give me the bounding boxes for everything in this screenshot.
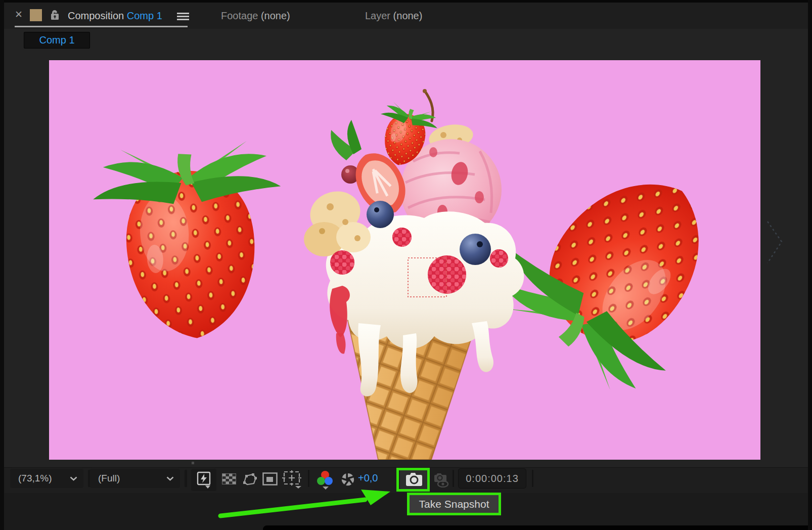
rgb-circles-icon bbox=[315, 470, 335, 490]
window-frame-right bbox=[808, 0, 812, 530]
ice-cream-artwork bbox=[49, 60, 760, 460]
pasteboard-chevron-icon bbox=[766, 220, 784, 264]
tab-footage-state: (none) bbox=[261, 10, 290, 21]
toolbar-divider bbox=[185, 470, 187, 487]
exposure-button[interactable] bbox=[340, 471, 356, 488]
fast-previews-button[interactable] bbox=[191, 469, 216, 491]
chevron-down-icon bbox=[166, 476, 174, 481]
tab-layer[interactable]: Layer (none) bbox=[365, 10, 422, 22]
panel-tab-bar: ✕ Composition Comp 1 Footage (none) Lay bbox=[4, 3, 808, 29]
tab-composition[interactable]: Composition Comp 1 bbox=[68, 10, 162, 22]
resolution-dropdown[interactable]: (Full) bbox=[90, 469, 180, 488]
strawberry-left bbox=[90, 139, 291, 345]
region-icon bbox=[262, 472, 278, 485]
tab-composition-label: Composition bbox=[68, 10, 124, 21]
timecode-value: 0:00:00:13 bbox=[466, 473, 519, 484]
active-tab-underline bbox=[15, 26, 188, 27]
comp-name-chip-label: Comp 1 bbox=[39, 34, 74, 46]
crosshair-box-icon bbox=[282, 470, 302, 489]
show-snapshot-button[interactable] bbox=[432, 471, 450, 488]
composition-canvas[interactable] bbox=[49, 60, 760, 460]
mask-visibility-button[interactable] bbox=[240, 471, 259, 487]
panel-menu-hamburger-icon[interactable] bbox=[177, 13, 189, 21]
toolbar-divider bbox=[453, 470, 454, 487]
tab-footage-label: Footage bbox=[221, 10, 258, 21]
magnification-value: (73,1%) bbox=[18, 473, 70, 484]
viewer-pasteboard bbox=[4, 29, 808, 467]
take-snapshot-annotation: Take Snapshot bbox=[407, 493, 501, 515]
current-time-field[interactable]: 0:00:00:13 bbox=[458, 468, 526, 489]
comp-name-chip: Comp 1 bbox=[24, 32, 90, 49]
mask-outline-icon bbox=[241, 471, 258, 487]
cookie-crumble bbox=[304, 186, 371, 256]
toolbar-divider bbox=[532, 470, 533, 487]
shutter-icon bbox=[340, 472, 355, 487]
window-frame-left bbox=[0, 0, 4, 530]
grid-guides-button[interactable] bbox=[281, 470, 303, 489]
close-icon: ✕ bbox=[15, 9, 23, 20]
after-effects-composition-panel: ✕ Composition Comp 1 Footage (none) Lay bbox=[0, 0, 812, 530]
tab-composition-comp-name: Comp 1 bbox=[127, 10, 162, 21]
panel-color-swatch[interactable] bbox=[30, 9, 42, 21]
background-window-edge bbox=[263, 525, 812, 530]
tab-layer-state: (none) bbox=[393, 10, 423, 21]
blueberry bbox=[460, 234, 491, 265]
take-snapshot-annotation-label: Take Snapshot bbox=[419, 498, 489, 510]
region-of-interest-button[interactable] bbox=[261, 471, 279, 487]
exposure-value[interactable]: +0,0 bbox=[358, 472, 378, 484]
magnification-dropdown[interactable]: (73,1%) bbox=[10, 469, 83, 488]
snapshot-highlight-box bbox=[396, 468, 430, 492]
checkerboard-icon bbox=[222, 473, 236, 484]
unlock-icon[interactable] bbox=[50, 9, 61, 22]
resolution-value: (Full) bbox=[98, 473, 166, 484]
chevron-down-icon bbox=[70, 476, 77, 481]
close-panel-button[interactable]: ✕ bbox=[13, 9, 24, 21]
panel-grip-dot bbox=[192, 462, 194, 464]
lightning-icon bbox=[196, 471, 211, 489]
tab-layer-label: Layer bbox=[365, 10, 390, 21]
camera-eye-icon bbox=[432, 471, 449, 488]
ice-cream-cone bbox=[304, 89, 524, 460]
transparency-grid-button[interactable] bbox=[221, 471, 237, 487]
toolbar-divider bbox=[308, 470, 309, 487]
channels-button[interactable] bbox=[315, 470, 335, 490]
bottom-strip bbox=[4, 493, 808, 530]
blueberry bbox=[367, 201, 394, 228]
tab-footage[interactable]: Footage (none) bbox=[221, 10, 290, 22]
